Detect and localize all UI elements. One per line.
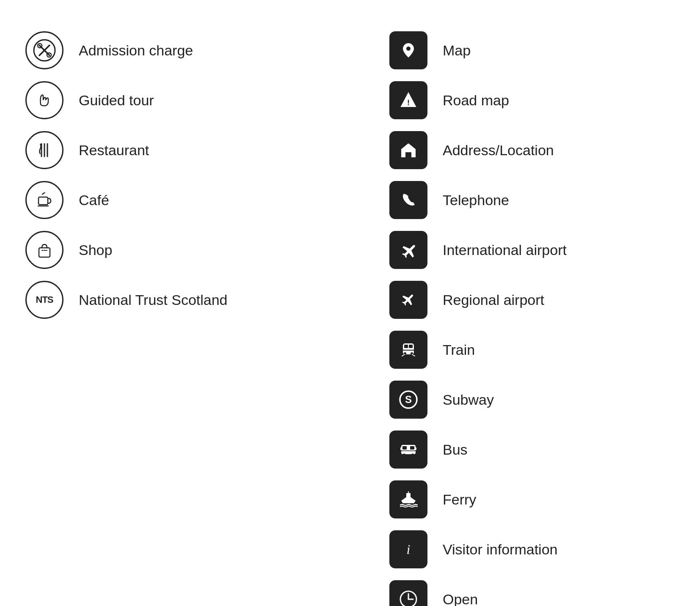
legend-layout: Admission charge Guided tour bbox=[25, 25, 675, 606]
svg-rect-29 bbox=[402, 446, 407, 450]
svg-rect-20 bbox=[409, 345, 413, 348]
regional-airport-label: Regional airport bbox=[443, 292, 544, 308]
shop-icon bbox=[25, 231, 63, 269]
legend-item-address: Address/Location bbox=[389, 125, 675, 175]
regional-airport-icon bbox=[389, 281, 427, 319]
admission-charge-icon bbox=[25, 31, 63, 69]
svg-line-25 bbox=[412, 354, 415, 356]
visitor-info-label: Visitor information bbox=[443, 541, 558, 558]
open-icon bbox=[389, 580, 427, 606]
left-column: Admission charge Guided tour bbox=[25, 25, 389, 606]
legend-item-ferry: Ferry bbox=[389, 474, 675, 524]
bus-label: Bus bbox=[443, 441, 468, 458]
nts-label: National Trust Scotland bbox=[79, 292, 228, 308]
svg-rect-19 bbox=[404, 345, 408, 348]
international-airport-svg bbox=[397, 239, 420, 261]
guided-tour-svg bbox=[33, 89, 56, 112]
address-icon bbox=[389, 131, 427, 169]
map-icon bbox=[389, 31, 427, 69]
legend-item-restaurant: Restaurant bbox=[25, 125, 389, 175]
cafe-svg bbox=[33, 189, 56, 211]
svg-rect-14 bbox=[405, 152, 411, 157]
legend-item-visitor-info: i Visitor information bbox=[389, 524, 675, 574]
telephone-svg bbox=[397, 189, 420, 211]
svg-rect-8 bbox=[39, 197, 48, 205]
train-icon bbox=[389, 331, 427, 369]
svg-point-33 bbox=[411, 454, 414, 457]
legend-item-nts: NTS National Trust Scotland bbox=[25, 275, 389, 325]
road-map-label: Road map bbox=[443, 92, 509, 109]
address-label: Address/Location bbox=[443, 142, 554, 159]
legend-item-road-map: ! Road map bbox=[389, 75, 675, 125]
cafe-label: Café bbox=[79, 192, 109, 208]
guided-tour-icon bbox=[25, 81, 63, 119]
svg-point-32 bbox=[403, 454, 406, 457]
legend-item-guided-tour: Guided tour bbox=[25, 75, 389, 125]
telephone-icon bbox=[389, 181, 427, 219]
train-label: Train bbox=[443, 342, 475, 358]
admission-charge-svg bbox=[33, 39, 56, 62]
svg-text:S: S bbox=[405, 394, 412, 405]
legend-item-international-airport: International airport bbox=[389, 225, 675, 275]
svg-rect-36 bbox=[406, 493, 411, 497]
svg-text:!: ! bbox=[407, 99, 410, 107]
subway-icon: S bbox=[389, 381, 427, 419]
telephone-label: Telephone bbox=[443, 192, 509, 208]
ferry-label: Ferry bbox=[443, 491, 476, 508]
svg-rect-30 bbox=[410, 446, 414, 450]
train-svg bbox=[397, 338, 420, 361]
restaurant-icon bbox=[25, 131, 63, 169]
svg-rect-34 bbox=[400, 447, 402, 450]
cafe-icon bbox=[25, 181, 63, 219]
svg-line-24 bbox=[402, 354, 405, 356]
international-airport-icon bbox=[389, 231, 427, 269]
legend-item-subway: S Subway bbox=[389, 375, 675, 425]
legend-item-regional-airport: Regional airport bbox=[389, 275, 675, 325]
open-svg bbox=[397, 588, 420, 606]
visitor-info-icon: i bbox=[389, 530, 427, 568]
map-svg bbox=[397, 39, 420, 62]
svg-text:i: i bbox=[407, 542, 411, 557]
map-label: Map bbox=[443, 42, 471, 59]
legend-item-train: Train bbox=[389, 325, 675, 375]
bus-icon bbox=[389, 431, 427, 469]
restaurant-svg bbox=[33, 139, 56, 162]
ferry-svg bbox=[397, 488, 420, 511]
legend-item-open: Open bbox=[389, 574, 675, 606]
open-label: Open bbox=[443, 591, 478, 606]
svg-marker-15 bbox=[401, 144, 416, 150]
legend-item-shop: Shop bbox=[25, 225, 389, 275]
guided-tour-label: Guided tour bbox=[79, 92, 154, 109]
regional-airport-svg bbox=[397, 288, 420, 311]
international-airport-label: International airport bbox=[443, 242, 567, 258]
ferry-icon bbox=[389, 480, 427, 518]
legend-item-bus: Bus bbox=[389, 425, 675, 474]
bus-svg bbox=[397, 438, 420, 461]
restaurant-label: Restaurant bbox=[79, 142, 149, 159]
legend-item-telephone: Telephone bbox=[389, 175, 675, 225]
legend-item-admission-charge: Admission charge bbox=[25, 25, 389, 75]
nts-text: NTS bbox=[36, 294, 53, 305]
right-column: Map ! Road map bbox=[389, 25, 675, 606]
nts-icon: NTS bbox=[25, 281, 63, 319]
legend-item-cafe: Café bbox=[25, 175, 389, 225]
legend-item-map: Map bbox=[389, 25, 675, 75]
road-map-svg: ! bbox=[397, 89, 420, 112]
svg-point-12 bbox=[406, 47, 411, 51]
admission-charge-label: Admission charge bbox=[79, 42, 193, 59]
road-map-icon: ! bbox=[389, 81, 427, 119]
svg-rect-35 bbox=[415, 447, 416, 450]
visitor-info-svg: i bbox=[397, 538, 420, 561]
shop-label: Shop bbox=[79, 242, 112, 258]
subway-label: Subway bbox=[443, 392, 494, 408]
subway-svg: S bbox=[397, 388, 420, 411]
shop-svg bbox=[33, 239, 56, 261]
address-svg bbox=[397, 139, 420, 162]
svg-rect-10 bbox=[39, 248, 50, 257]
